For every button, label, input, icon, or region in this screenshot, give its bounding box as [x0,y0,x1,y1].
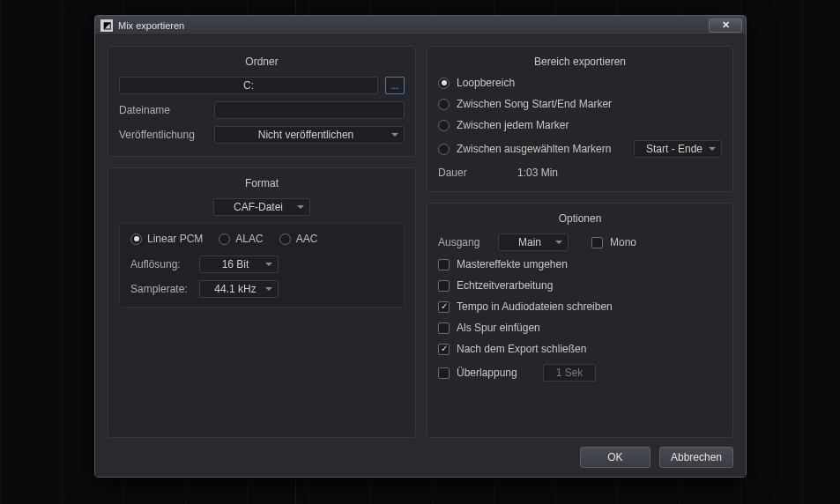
overlap-label: Überlappung [457,367,536,379]
codec-label: AAC [296,233,318,245]
export-range-panel: Bereich exportieren Loopbereich Zwischen… [427,46,733,192]
folder-path-text: C: [243,79,254,92]
codec-label: ALAC [235,233,263,245]
radio-icon [438,144,450,155]
marker-range-select[interactable]: Start - Ende [634,140,722,158]
samplerate-select[interactable]: 44.1 kHz [199,280,279,298]
duration-value: 1:03 Min [517,167,558,179]
radio-icon [130,233,142,245]
radio-icon [438,78,450,89]
filetype-select[interactable]: CAF-Datei [213,198,310,216]
range-panel-title: Bereich exportieren [438,54,722,77]
window-title: Mix exportieren [118,20,184,31]
close-after-row[interactable]: Nach dem Export schließen [438,343,722,355]
resolution-value: 16 Bit [205,258,265,271]
filename-input[interactable] [214,101,405,119]
mono-label: Mono [610,236,636,248]
radio-icon [279,233,291,245]
range-song-markers[interactable]: Zwischen Song Start/End Marker [438,98,722,110]
range-each-marker[interactable]: Zwischen jedem Marker [438,119,722,131]
output-label: Ausgang [438,236,491,248]
overlap-value-display: 1 Sek [543,364,596,382]
dialog-body: Ordner C: ... Dateiname V [95,35,746,477]
write-tempo-checkbox[interactable] [438,301,450,313]
overlap-checkbox[interactable] [438,367,450,379]
close-button[interactable]: ✕ [709,19,742,33]
write-tempo-label: Tempo in Audiodateien schreiben [457,300,613,313]
chevron-down-icon [265,287,272,291]
chevron-down-icon [391,133,398,137]
radio-icon [438,99,450,110]
output-select[interactable]: Main [498,233,569,251]
duration-label: Dauer [438,167,482,179]
folder-panel: Ordner C: ... Dateiname V [108,46,416,157]
insert-track-row[interactable]: Als Spur einfügen [438,322,722,334]
range-loop-label: Loopbereich [457,77,515,89]
cancel-button-label: Abbrechen [671,451,722,463]
bypass-master-row[interactable]: Mastereffekte umgehen [438,258,722,271]
folder-panel-title: Ordner [119,54,405,77]
codec-aac[interactable]: AAC [279,233,318,245]
options-panel-title: Optionen [438,211,722,233]
marker-range-value: Start - Ende [640,143,709,155]
browse-button[interactable]: ... [385,77,405,94]
codec-alac[interactable]: ALAC [219,233,263,245]
ok-button[interactable]: OK [580,447,650,468]
app-icon: ◩ [100,19,113,32]
overlap-row[interactable]: Überlappung 1 Sek [438,364,722,382]
range-selected-markers[interactable]: Zwischen ausgewählten Markern Start - En… [438,140,722,158]
publish-select[interactable]: Nicht veröffentlichen [214,126,405,144]
cancel-button[interactable]: Abbrechen [659,447,733,468]
close-icon: ✕ [722,19,730,31]
samplerate-label: Samplerate: [130,283,192,295]
folder-path-display[interactable]: C: [119,77,378,94]
options-panel: Optionen Ausgang Main Mono Masteref [427,203,733,438]
filetype-value: CAF-Datei [219,201,297,213]
codec-group: Linear PCM ALAC AAC [119,223,405,308]
codec-linear-pcm[interactable]: Linear PCM [130,233,203,245]
close-after-checkbox[interactable] [438,344,450,355]
radio-icon [438,120,450,131]
export-mix-dialog: ◩ Mix exportieren ✕ Ordner C: ... [94,15,747,478]
mono-checkbox[interactable] [591,237,603,248]
insert-track-label: Als Spur einfügen [457,322,540,334]
chevron-down-icon [555,241,562,244]
filename-label: Dateiname [119,104,207,116]
bypass-master-checkbox[interactable] [438,259,450,271]
close-after-label: Nach dem Export schließen [457,343,586,355]
format-panel: Format CAF-Datei Linear PCM [108,167,416,438]
radio-icon [219,233,230,245]
chevron-down-icon [297,205,304,209]
ok-button-label: OK [607,451,622,463]
insert-track-checkbox[interactable] [438,322,450,334]
ellipsis-icon: ... [391,81,398,91]
overlap-value: 1 Sek [556,367,584,379]
range-song-markers-label: Zwischen Song Start/End Marker [457,98,612,110]
realtime-label: Echtzeitverarbeitung [457,279,553,292]
output-value: Main [504,236,555,248]
range-selected-markers-label: Zwischen ausgewählten Markern [457,143,627,155]
publish-select-value: Nicht veröffentlichen [220,129,391,141]
write-tempo-row[interactable]: Tempo in Audiodateien schreiben [438,300,722,313]
resolution-label: Auflösung: [130,258,192,271]
dialog-footer: OK Abbrechen [108,438,733,468]
realtime-checkbox[interactable] [438,280,450,292]
range-each-marker-label: Zwischen jedem Marker [457,119,569,131]
chevron-down-icon [709,147,716,151]
titlebar: ◩ Mix exportieren ✕ [95,16,746,35]
resolution-select[interactable]: 16 Bit [199,256,279,273]
realtime-row[interactable]: Echtzeitverarbeitung [438,279,722,292]
samplerate-value: 44.1 kHz [205,283,265,295]
format-panel-title: Format [119,175,405,198]
bypass-master-label: Mastereffekte umgehen [457,258,568,271]
range-loop[interactable]: Loopbereich [438,77,722,89]
publish-label: Veröffentlichung [119,129,207,141]
chevron-down-icon [265,263,272,266]
codec-label: Linear PCM [147,233,203,245]
